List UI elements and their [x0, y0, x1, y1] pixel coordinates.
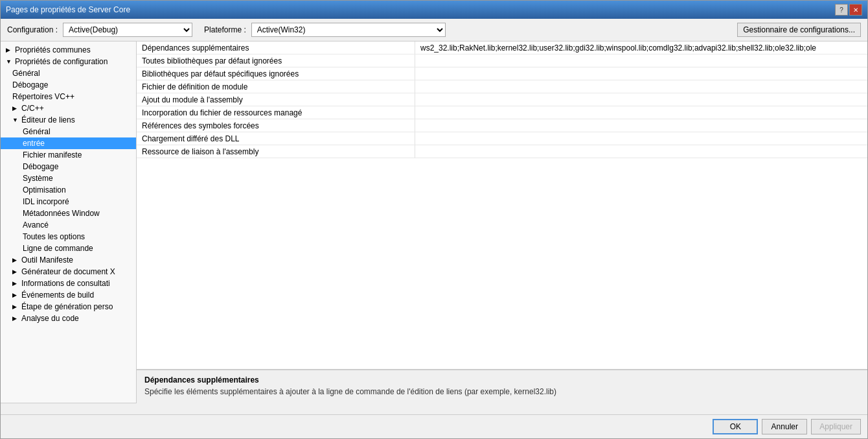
sidebar-item-label: Ligne de commande	[23, 244, 93, 253]
property-value	[415, 54, 867, 67]
config-select[interactable]: Active(Debug)	[63, 23, 192, 37]
sidebar-item-label: Fichier manifeste	[23, 150, 82, 160]
cancel-button[interactable]: Annuler	[762, 419, 807, 434]
property-row[interactable]: Ajout du module à l'assembly	[137, 93, 867, 106]
sidebar-item-label: Avancé	[23, 220, 49, 230]
main-window: Pages de propriétés de Server Core ? ✕ C…	[0, 0, 868, 439]
property-name: Chargement différé des DLL	[137, 132, 415, 145]
sidebar-item-optimisation[interactable]: Optimisation	[1, 184, 136, 196]
sidebar-item-proprietes-communes[interactable]: ▶Propriétés communes	[1, 44, 136, 56]
sidebar-item-label: Analyse du code	[21, 314, 79, 323]
expand-arrow-icon: ▶	[12, 292, 19, 298]
sidebar-item-outil-manifeste[interactable]: ▶Outil Manifeste	[1, 254, 136, 266]
sidebar-item-debogage2[interactable]: Débogage	[1, 161, 136, 172]
main-content: ▶Propriétés communes▼Propriétés de confi…	[1, 42, 867, 414]
sidebar-item-label: Débogage	[23, 162, 58, 171]
property-name: Dépendances supplémentaires	[137, 42, 415, 54]
sidebar-item-label: Informations de consultati	[21, 279, 110, 288]
sidebar-item-avance[interactable]: Avancé	[1, 219, 136, 231]
property-row[interactable]: Références des symboles forcées	[137, 119, 867, 132]
window-title: Pages de propriétés de Server Core	[6, 5, 130, 14]
apply-button[interactable]: Appliquer	[811, 419, 861, 434]
sidebar-item-toutes-les-options[interactable]: Toutes les options	[1, 231, 136, 243]
property-name: Bibliothèques par défaut spécifiques ign…	[137, 67, 415, 80]
property-row[interactable]: Fichier de définition de module	[137, 80, 867, 93]
sidebar-item-informations-de-consultation[interactable]: ▶Informations de consultati	[1, 278, 136, 289]
sidebar-item-label: Propriétés communes	[15, 45, 91, 54]
sidebar-item-label: Débogage	[12, 80, 48, 89]
property-value	[415, 93, 867, 106]
sidebar-item-label: Propriétés de configuration	[15, 57, 108, 66]
property-name: Toutes bibliothèques par défaut ignorées	[137, 54, 415, 67]
property-value: ws2_32.lib;RakNet.lib;kernel32.lib;user3…	[415, 42, 867, 54]
sidebar-item-idl-incorpore[interactable]: IDL incorporé	[1, 196, 136, 208]
property-row[interactable]: Chargement différé des DLL	[137, 132, 867, 145]
description-title: Dépendances supplémentaires	[144, 375, 860, 385]
expand-arrow-icon: ▶	[12, 268, 19, 275]
sidebar-item-debogage[interactable]: Débogage	[1, 79, 136, 91]
expand-arrow-icon: ▶	[12, 257, 19, 263]
expand-arrow-icon: ▼	[12, 117, 19, 123]
ok-button[interactable]: OK	[713, 419, 758, 434]
sidebar: ▶Propriétés communes▼Propriétés de confi…	[1, 42, 137, 414]
sidebar-item-general[interactable]: Général	[1, 67, 136, 79]
sidebar-item-label: Métadonnées Window	[23, 209, 100, 218]
sidebar-item-c-cpp[interactable]: ▶C/C++	[1, 102, 136, 114]
sidebar-item-general2[interactable]: Général	[1, 126, 136, 137]
sidebar-item-entree[interactable]: entrée	[1, 137, 136, 149]
sidebar-item-label: Étape de génération perso	[21, 302, 113, 311]
property-row[interactable]: Ressource de liaison à l'assembly	[137, 145, 867, 158]
property-value	[415, 132, 867, 145]
property-value	[415, 119, 867, 132]
property-row[interactable]: Incorporation du fichier de ressources m…	[137, 106, 867, 119]
property-name: Ajout du module à l'assembly	[137, 93, 415, 106]
property-name: Incorporation du fichier de ressources m…	[137, 106, 415, 119]
sidebar-item-label: Éditeur de liens	[21, 115, 75, 125]
expand-arrow-icon: ▶	[12, 105, 19, 112]
expand-arrow-icon: ▶	[6, 47, 12, 53]
title-bar: Pages de propriétés de Server Core ? ✕	[1, 1, 867, 19]
config-bar: Configuration : Active(Debug) Plateforme…	[1, 19, 867, 42]
sidebar-item-label: Optimisation	[23, 185, 66, 195]
sidebar-item-repertoires-vc[interactable]: Répertoires VC++	[1, 91, 136, 102]
sidebar-item-ligne-de-commande[interactable]: Ligne de commande	[1, 243, 136, 254]
gestionnaire-button[interactable]: Gestionnaire de configurations...	[737, 23, 861, 37]
platform-select[interactable]: Active(Win32)	[251, 23, 446, 37]
property-row[interactable]: Dépendances supplémentairesws2_32.lib;Ra…	[137, 42, 867, 54]
property-value	[415, 145, 867, 158]
sidebar-item-editeur-de-liens[interactable]: ▼Éditeur de liens	[1, 114, 136, 126]
help-button[interactable]: ?	[835, 4, 848, 16]
sidebar-item-evenements-de-build[interactable]: ▶Événements de build	[1, 289, 136, 301]
property-value	[415, 80, 867, 93]
bottom-bar: OK Annuler Appliquer	[1, 414, 867, 438]
property-name: Fichier de définition de module	[137, 80, 415, 93]
sidebar-item-label: C/C++	[21, 104, 44, 113]
sidebar-item-label: Événements de build	[21, 291, 94, 300]
property-value	[415, 67, 867, 80]
sidebar-item-etape-de-generation[interactable]: ▶Étape de génération perso	[1, 301, 136, 313]
sidebar-item-proprietes-configuration[interactable]: ▼Propriétés de configuration	[1, 56, 136, 67]
property-name: Références des symboles forcées	[137, 119, 415, 132]
config-label: Configuration :	[7, 25, 58, 34]
sidebar-item-fichier-manifeste[interactable]: Fichier manifeste	[1, 149, 136, 161]
sidebar-item-label: Répertoires VC++	[12, 92, 74, 101]
property-value	[415, 106, 867, 119]
sidebar-item-metadonnees-windows[interactable]: Métadonnées Window	[1, 208, 136, 219]
properties-table: Dépendances supplémentairesws2_32.lib;Ra…	[137, 42, 867, 369]
property-row[interactable]: Bibliothèques par défaut spécifiques ign…	[137, 67, 867, 80]
sidebar-item-analyse-du-code[interactable]: ▶Analyse du code	[1, 313, 136, 324]
sidebar-item-label: Général	[23, 127, 51, 136]
platform-label: Plateforme :	[204, 25, 246, 34]
sidebar-item-systeme[interactable]: Système	[1, 172, 136, 184]
close-button[interactable]: ✕	[849, 4, 862, 16]
expand-arrow-icon: ▶	[12, 280, 19, 287]
expand-arrow-icon: ▶	[12, 303, 19, 310]
sidebar-item-generateur-de-document[interactable]: ▶Générateur de document X	[1, 266, 136, 278]
sidebar-item-label: Général	[12, 69, 40, 78]
title-bar-buttons: ? ✕	[835, 4, 862, 16]
sidebar-item-label: IDL incorporé	[23, 197, 69, 206]
expand-arrow-icon: ▶	[12, 315, 19, 322]
sidebar-item-label: Système	[23, 174, 53, 183]
property-row[interactable]: Toutes bibliothèques par défaut ignorées	[137, 54, 867, 67]
sidebar-item-label: Générateur de document X	[21, 267, 115, 276]
